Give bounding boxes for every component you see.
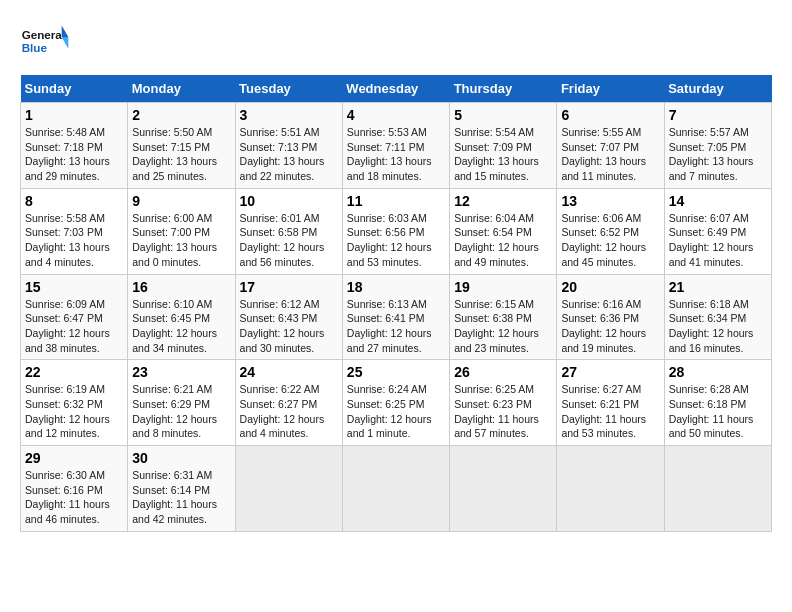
calendar-cell-3-1: 15Sunrise: 6:09 AM Sunset: 6:47 PM Dayli… — [21, 274, 128, 360]
calendar-cell-2-5: 12Sunrise: 6:04 AM Sunset: 6:54 PM Dayli… — [450, 188, 557, 274]
calendar-cell-1-1: 1Sunrise: 5:48 AM Sunset: 7:18 PM Daylig… — [21, 103, 128, 189]
day-info: Sunrise: 6:06 AM Sunset: 6:52 PM Dayligh… — [561, 211, 659, 270]
calendar-week-2: 8Sunrise: 5:58 AM Sunset: 7:03 PM Daylig… — [21, 188, 772, 274]
day-number: 9 — [132, 193, 230, 209]
calendar-week-5: 29Sunrise: 6:30 AM Sunset: 6:16 PM Dayli… — [21, 446, 772, 532]
day-info: Sunrise: 5:51 AM Sunset: 7:13 PM Dayligh… — [240, 125, 338, 184]
day-info: Sunrise: 5:50 AM Sunset: 7:15 PM Dayligh… — [132, 125, 230, 184]
day-number: 12 — [454, 193, 552, 209]
calendar-cell-4-6: 27Sunrise: 6:27 AM Sunset: 6:21 PM Dayli… — [557, 360, 664, 446]
day-info: Sunrise: 6:24 AM Sunset: 6:25 PM Dayligh… — [347, 382, 445, 441]
svg-text:Blue: Blue — [22, 41, 48, 54]
header-monday: Monday — [128, 75, 235, 103]
day-info: Sunrise: 6:03 AM Sunset: 6:56 PM Dayligh… — [347, 211, 445, 270]
day-number: 24 — [240, 364, 338, 380]
calendar-week-4: 22Sunrise: 6:19 AM Sunset: 6:32 PM Dayli… — [21, 360, 772, 446]
day-number: 14 — [669, 193, 767, 209]
calendar-cell-3-4: 18Sunrise: 6:13 AM Sunset: 6:41 PM Dayli… — [342, 274, 449, 360]
calendar-cell-5-4 — [342, 446, 449, 532]
day-number: 16 — [132, 279, 230, 295]
day-info: Sunrise: 5:54 AM Sunset: 7:09 PM Dayligh… — [454, 125, 552, 184]
calendar-cell-1-6: 6Sunrise: 5:55 AM Sunset: 7:07 PM Daylig… — [557, 103, 664, 189]
day-number: 8 — [25, 193, 123, 209]
day-number: 28 — [669, 364, 767, 380]
day-info: Sunrise: 5:58 AM Sunset: 7:03 PM Dayligh… — [25, 211, 123, 270]
day-number: 13 — [561, 193, 659, 209]
day-number: 2 — [132, 107, 230, 123]
day-number: 18 — [347, 279, 445, 295]
calendar-cell-1-3: 3Sunrise: 5:51 AM Sunset: 7:13 PM Daylig… — [235, 103, 342, 189]
day-info: Sunrise: 6:19 AM Sunset: 6:32 PM Dayligh… — [25, 382, 123, 441]
calendar-cell-2-7: 14Sunrise: 6:07 AM Sunset: 6:49 PM Dayli… — [664, 188, 771, 274]
day-info: Sunrise: 6:10 AM Sunset: 6:45 PM Dayligh… — [132, 297, 230, 356]
svg-text:General: General — [22, 28, 65, 41]
day-number: 7 — [669, 107, 767, 123]
day-number: 10 — [240, 193, 338, 209]
calendar-cell-4-1: 22Sunrise: 6:19 AM Sunset: 6:32 PM Dayli… — [21, 360, 128, 446]
day-number: 22 — [25, 364, 123, 380]
calendar-cell-5-7 — [664, 446, 771, 532]
day-info: Sunrise: 6:01 AM Sunset: 6:58 PM Dayligh… — [240, 211, 338, 270]
day-info: Sunrise: 6:30 AM Sunset: 6:16 PM Dayligh… — [25, 468, 123, 527]
calendar-week-1: 1Sunrise: 5:48 AM Sunset: 7:18 PM Daylig… — [21, 103, 772, 189]
calendar-cell-3-5: 19Sunrise: 6:15 AM Sunset: 6:38 PM Dayli… — [450, 274, 557, 360]
day-number: 4 — [347, 107, 445, 123]
day-number: 20 — [561, 279, 659, 295]
day-number: 29 — [25, 450, 123, 466]
calendar-cell-2-1: 8Sunrise: 5:58 AM Sunset: 7:03 PM Daylig… — [21, 188, 128, 274]
header-tuesday: Tuesday — [235, 75, 342, 103]
day-info: Sunrise: 6:21 AM Sunset: 6:29 PM Dayligh… — [132, 382, 230, 441]
logo-svg: General Blue — [20, 20, 70, 65]
day-number: 30 — [132, 450, 230, 466]
day-info: Sunrise: 6:07 AM Sunset: 6:49 PM Dayligh… — [669, 211, 767, 270]
calendar-cell-5-3 — [235, 446, 342, 532]
day-number: 25 — [347, 364, 445, 380]
day-info: Sunrise: 6:09 AM Sunset: 6:47 PM Dayligh… — [25, 297, 123, 356]
day-number: 19 — [454, 279, 552, 295]
calendar-table: SundayMondayTuesdayWednesdayThursdayFrid… — [20, 75, 772, 532]
header-wednesday: Wednesday — [342, 75, 449, 103]
calendar-cell-1-7: 7Sunrise: 5:57 AM Sunset: 7:05 PM Daylig… — [664, 103, 771, 189]
day-info: Sunrise: 5:55 AM Sunset: 7:07 PM Dayligh… — [561, 125, 659, 184]
day-number: 3 — [240, 107, 338, 123]
day-info: Sunrise: 6:27 AM Sunset: 6:21 PM Dayligh… — [561, 382, 659, 441]
day-number: 23 — [132, 364, 230, 380]
day-info: Sunrise: 5:57 AM Sunset: 7:05 PM Dayligh… — [669, 125, 767, 184]
calendar-header-row: SundayMondayTuesdayWednesdayThursdayFrid… — [21, 75, 772, 103]
logo: General Blue — [20, 20, 70, 65]
day-info: Sunrise: 6:28 AM Sunset: 6:18 PM Dayligh… — [669, 382, 767, 441]
day-number: 11 — [347, 193, 445, 209]
day-number: 21 — [669, 279, 767, 295]
calendar-cell-1-2: 2Sunrise: 5:50 AM Sunset: 7:15 PM Daylig… — [128, 103, 235, 189]
day-info: Sunrise: 6:31 AM Sunset: 6:14 PM Dayligh… — [132, 468, 230, 527]
calendar-cell-2-6: 13Sunrise: 6:06 AM Sunset: 6:52 PM Dayli… — [557, 188, 664, 274]
calendar-cell-4-2: 23Sunrise: 6:21 AM Sunset: 6:29 PM Dayli… — [128, 360, 235, 446]
calendar-cell-1-4: 4Sunrise: 5:53 AM Sunset: 7:11 PM Daylig… — [342, 103, 449, 189]
day-info: Sunrise: 6:22 AM Sunset: 6:27 PM Dayligh… — [240, 382, 338, 441]
header-saturday: Saturday — [664, 75, 771, 103]
calendar-cell-5-5 — [450, 446, 557, 532]
calendar-cell-4-3: 24Sunrise: 6:22 AM Sunset: 6:27 PM Dayli… — [235, 360, 342, 446]
day-info: Sunrise: 6:25 AM Sunset: 6:23 PM Dayligh… — [454, 382, 552, 441]
day-info: Sunrise: 6:18 AM Sunset: 6:34 PM Dayligh… — [669, 297, 767, 356]
day-info: Sunrise: 6:04 AM Sunset: 6:54 PM Dayligh… — [454, 211, 552, 270]
day-info: Sunrise: 6:16 AM Sunset: 6:36 PM Dayligh… — [561, 297, 659, 356]
calendar-cell-4-4: 25Sunrise: 6:24 AM Sunset: 6:25 PM Dayli… — [342, 360, 449, 446]
calendar-cell-4-7: 28Sunrise: 6:28 AM Sunset: 6:18 PM Dayli… — [664, 360, 771, 446]
day-number: 15 — [25, 279, 123, 295]
header-friday: Friday — [557, 75, 664, 103]
calendar-cell-3-6: 20Sunrise: 6:16 AM Sunset: 6:36 PM Dayli… — [557, 274, 664, 360]
calendar-cell-2-3: 10Sunrise: 6:01 AM Sunset: 6:58 PM Dayli… — [235, 188, 342, 274]
day-info: Sunrise: 6:15 AM Sunset: 6:38 PM Dayligh… — [454, 297, 552, 356]
day-number: 1 — [25, 107, 123, 123]
calendar-cell-5-2: 30Sunrise: 6:31 AM Sunset: 6:14 PM Dayli… — [128, 446, 235, 532]
day-info: Sunrise: 5:53 AM Sunset: 7:11 PM Dayligh… — [347, 125, 445, 184]
page-header: General Blue — [20, 20, 772, 65]
calendar-cell-1-5: 5Sunrise: 5:54 AM Sunset: 7:09 PM Daylig… — [450, 103, 557, 189]
calendar-cell-2-4: 11Sunrise: 6:03 AM Sunset: 6:56 PM Dayli… — [342, 188, 449, 274]
day-number: 26 — [454, 364, 552, 380]
header-sunday: Sunday — [21, 75, 128, 103]
calendar-cell-4-5: 26Sunrise: 6:25 AM Sunset: 6:23 PM Dayli… — [450, 360, 557, 446]
header-thursday: Thursday — [450, 75, 557, 103]
day-info: Sunrise: 5:48 AM Sunset: 7:18 PM Dayligh… — [25, 125, 123, 184]
